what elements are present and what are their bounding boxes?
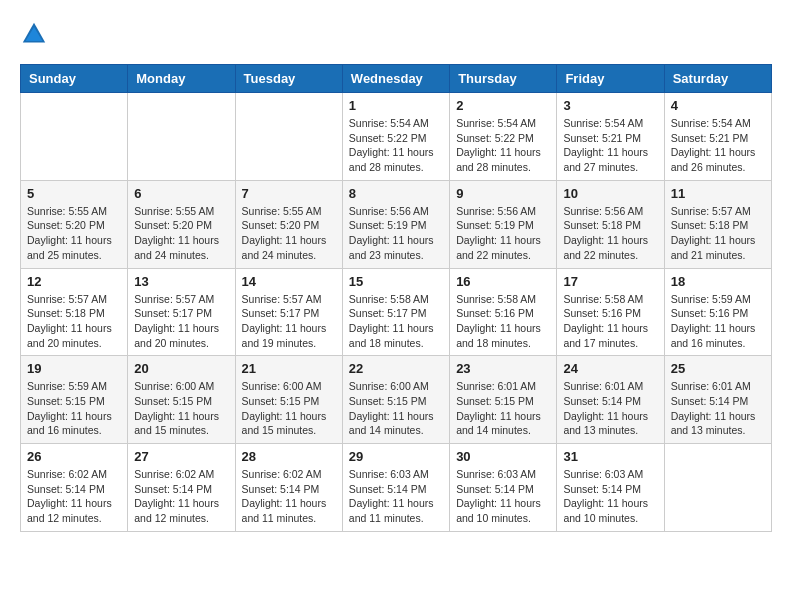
cell-date: 11 [671, 186, 765, 201]
cell-date: 24 [563, 361, 657, 376]
calendar-cell: 1Sunrise: 5:54 AM Sunset: 5:22 PM Daylig… [342, 93, 449, 181]
cell-date: 7 [242, 186, 336, 201]
cell-date: 8 [349, 186, 443, 201]
cell-info: Sunrise: 6:00 AM Sunset: 5:15 PM Dayligh… [242, 379, 336, 438]
cell-date: 27 [134, 449, 228, 464]
cell-info: Sunrise: 5:57 AM Sunset: 5:17 PM Dayligh… [242, 292, 336, 351]
weekday-header-tuesday: Tuesday [235, 65, 342, 93]
calendar-cell: 19Sunrise: 5:59 AM Sunset: 5:15 PM Dayli… [21, 356, 128, 444]
cell-date: 21 [242, 361, 336, 376]
cell-info: Sunrise: 6:02 AM Sunset: 5:14 PM Dayligh… [134, 467, 228, 526]
calendar-cell: 18Sunrise: 5:59 AM Sunset: 5:16 PM Dayli… [664, 268, 771, 356]
cell-info: Sunrise: 5:58 AM Sunset: 5:16 PM Dayligh… [563, 292, 657, 351]
cell-info: Sunrise: 6:02 AM Sunset: 5:14 PM Dayligh… [242, 467, 336, 526]
calendar-cell: 3Sunrise: 5:54 AM Sunset: 5:21 PM Daylig… [557, 93, 664, 181]
cell-date: 3 [563, 98, 657, 113]
calendar-cell: 10Sunrise: 5:56 AM Sunset: 5:18 PM Dayli… [557, 180, 664, 268]
header [20, 20, 772, 48]
calendar-cell: 25Sunrise: 6:01 AM Sunset: 5:14 PM Dayli… [664, 356, 771, 444]
calendar-cell: 23Sunrise: 6:01 AM Sunset: 5:15 PM Dayli… [450, 356, 557, 444]
calendar-week-row: 12Sunrise: 5:57 AM Sunset: 5:18 PM Dayli… [21, 268, 772, 356]
cell-date: 16 [456, 274, 550, 289]
logo-icon [20, 20, 48, 48]
calendar-cell [664, 444, 771, 532]
calendar-cell: 26Sunrise: 6:02 AM Sunset: 5:14 PM Dayli… [21, 444, 128, 532]
calendar-cell [21, 93, 128, 181]
calendar-cell: 12Sunrise: 5:57 AM Sunset: 5:18 PM Dayli… [21, 268, 128, 356]
calendar-cell: 21Sunrise: 6:00 AM Sunset: 5:15 PM Dayli… [235, 356, 342, 444]
calendar-cell: 16Sunrise: 5:58 AM Sunset: 5:16 PM Dayli… [450, 268, 557, 356]
weekday-header-monday: Monday [128, 65, 235, 93]
calendar-body: 1Sunrise: 5:54 AM Sunset: 5:22 PM Daylig… [21, 93, 772, 532]
calendar-week-row: 1Sunrise: 5:54 AM Sunset: 5:22 PM Daylig… [21, 93, 772, 181]
cell-info: Sunrise: 5:57 AM Sunset: 5:18 PM Dayligh… [27, 292, 121, 351]
calendar-cell: 14Sunrise: 5:57 AM Sunset: 5:17 PM Dayli… [235, 268, 342, 356]
cell-date: 25 [671, 361, 765, 376]
cell-info: Sunrise: 6:00 AM Sunset: 5:15 PM Dayligh… [134, 379, 228, 438]
calendar-week-row: 5Sunrise: 5:55 AM Sunset: 5:20 PM Daylig… [21, 180, 772, 268]
cell-info: Sunrise: 5:58 AM Sunset: 5:17 PM Dayligh… [349, 292, 443, 351]
weekday-header-saturday: Saturday [664, 65, 771, 93]
calendar-cell: 20Sunrise: 6:00 AM Sunset: 5:15 PM Dayli… [128, 356, 235, 444]
cell-info: Sunrise: 6:01 AM Sunset: 5:15 PM Dayligh… [456, 379, 550, 438]
calendar-table: SundayMondayTuesdayWednesdayThursdayFrid… [20, 64, 772, 532]
cell-info: Sunrise: 5:59 AM Sunset: 5:16 PM Dayligh… [671, 292, 765, 351]
cell-date: 30 [456, 449, 550, 464]
cell-date: 29 [349, 449, 443, 464]
calendar-header: SundayMondayTuesdayWednesdayThursdayFrid… [21, 65, 772, 93]
cell-info: Sunrise: 5:56 AM Sunset: 5:19 PM Dayligh… [349, 204, 443, 263]
cell-date: 18 [671, 274, 765, 289]
cell-date: 4 [671, 98, 765, 113]
cell-date: 1 [349, 98, 443, 113]
cell-info: Sunrise: 5:55 AM Sunset: 5:20 PM Dayligh… [242, 204, 336, 263]
weekday-header-row: SundayMondayTuesdayWednesdayThursdayFrid… [21, 65, 772, 93]
cell-info: Sunrise: 6:02 AM Sunset: 5:14 PM Dayligh… [27, 467, 121, 526]
cell-info: Sunrise: 5:58 AM Sunset: 5:16 PM Dayligh… [456, 292, 550, 351]
weekday-header-friday: Friday [557, 65, 664, 93]
calendar-cell: 6Sunrise: 5:55 AM Sunset: 5:20 PM Daylig… [128, 180, 235, 268]
calendar-cell: 31Sunrise: 6:03 AM Sunset: 5:14 PM Dayli… [557, 444, 664, 532]
calendar-cell: 15Sunrise: 5:58 AM Sunset: 5:17 PM Dayli… [342, 268, 449, 356]
calendar-cell: 8Sunrise: 5:56 AM Sunset: 5:19 PM Daylig… [342, 180, 449, 268]
calendar-cell: 30Sunrise: 6:03 AM Sunset: 5:14 PM Dayli… [450, 444, 557, 532]
cell-date: 12 [27, 274, 121, 289]
cell-info: Sunrise: 5:56 AM Sunset: 5:18 PM Dayligh… [563, 204, 657, 263]
calendar-cell: 22Sunrise: 6:00 AM Sunset: 5:15 PM Dayli… [342, 356, 449, 444]
weekday-header-thursday: Thursday [450, 65, 557, 93]
cell-info: Sunrise: 6:03 AM Sunset: 5:14 PM Dayligh… [563, 467, 657, 526]
cell-date: 10 [563, 186, 657, 201]
calendar-cell: 7Sunrise: 5:55 AM Sunset: 5:20 PM Daylig… [235, 180, 342, 268]
cell-info: Sunrise: 5:56 AM Sunset: 5:19 PM Dayligh… [456, 204, 550, 263]
calendar-cell [235, 93, 342, 181]
weekday-header-wednesday: Wednesday [342, 65, 449, 93]
cell-date: 15 [349, 274, 443, 289]
calendar-cell: 11Sunrise: 5:57 AM Sunset: 5:18 PM Dayli… [664, 180, 771, 268]
cell-date: 13 [134, 274, 228, 289]
cell-info: Sunrise: 6:00 AM Sunset: 5:15 PM Dayligh… [349, 379, 443, 438]
cell-date: 9 [456, 186, 550, 201]
calendar-cell: 9Sunrise: 5:56 AM Sunset: 5:19 PM Daylig… [450, 180, 557, 268]
cell-date: 31 [563, 449, 657, 464]
cell-info: Sunrise: 6:01 AM Sunset: 5:14 PM Dayligh… [563, 379, 657, 438]
cell-date: 22 [349, 361, 443, 376]
cell-info: Sunrise: 5:57 AM Sunset: 5:18 PM Dayligh… [671, 204, 765, 263]
cell-date: 14 [242, 274, 336, 289]
cell-date: 17 [563, 274, 657, 289]
cell-date: 26 [27, 449, 121, 464]
cell-date: 20 [134, 361, 228, 376]
cell-info: Sunrise: 5:54 AM Sunset: 5:21 PM Dayligh… [563, 116, 657, 175]
calendar-week-row: 19Sunrise: 5:59 AM Sunset: 5:15 PM Dayli… [21, 356, 772, 444]
calendar-cell: 13Sunrise: 5:57 AM Sunset: 5:17 PM Dayli… [128, 268, 235, 356]
calendar-cell [128, 93, 235, 181]
calendar-cell: 28Sunrise: 6:02 AM Sunset: 5:14 PM Dayli… [235, 444, 342, 532]
cell-date: 28 [242, 449, 336, 464]
cell-info: Sunrise: 5:55 AM Sunset: 5:20 PM Dayligh… [27, 204, 121, 263]
cell-date: 19 [27, 361, 121, 376]
cell-date: 5 [27, 186, 121, 201]
calendar-cell: 4Sunrise: 5:54 AM Sunset: 5:21 PM Daylig… [664, 93, 771, 181]
cell-info: Sunrise: 5:54 AM Sunset: 5:22 PM Dayligh… [349, 116, 443, 175]
cell-date: 23 [456, 361, 550, 376]
logo [20, 20, 52, 48]
cell-info: Sunrise: 6:03 AM Sunset: 5:14 PM Dayligh… [349, 467, 443, 526]
cell-info: Sunrise: 5:59 AM Sunset: 5:15 PM Dayligh… [27, 379, 121, 438]
